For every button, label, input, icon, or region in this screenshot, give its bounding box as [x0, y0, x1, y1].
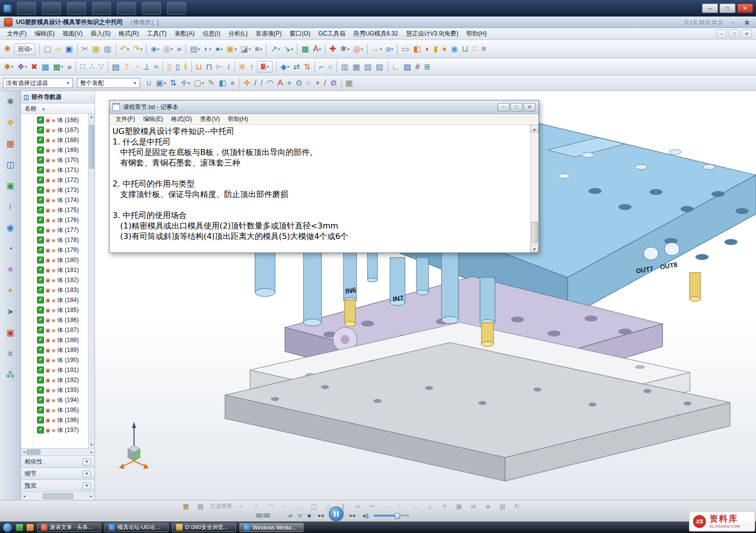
- tree-row[interactable]: ✔▣◆体 (179): [37, 245, 88, 255]
- tree-row[interactable]: ✔▣◆体 (197): [37, 425, 88, 435]
- redo-icon[interactable]: ↷▾: [132, 42, 144, 56]
- checkbox-checked-icon[interactable]: ✔: [37, 146, 44, 154]
- plate-grid-icon[interactable]: ▨: [374, 60, 384, 74]
- gate-icon[interactable]: ◔: [133, 60, 141, 74]
- checkbox-checked-icon[interactable]: ✔: [37, 316, 44, 324]
- tree-row[interactable]: ✔▣◆体 (182): [37, 275, 88, 285]
- notepad-menu-item[interactable]: 查看(V): [196, 114, 224, 124]
- checkbox-checked-icon[interactable]: ✔: [37, 366, 44, 374]
- navigator-section[interactable]: 相依性▼: [21, 456, 94, 468]
- pattern-feature-icon[interactable]: ∷: [470, 42, 478, 56]
- grid-table-icon[interactable]: ▦: [344, 76, 354, 90]
- new-component-button[interactable]: 新▾: [257, 61, 272, 72]
- gateway-icon[interactable]: ❋: [2, 42, 12, 56]
- snap-cross-icon[interactable]: +: [286, 76, 293, 90]
- import-icon[interactable]: ↘▾: [282, 42, 294, 56]
- menu-item[interactable]: 帮助(H): [462, 28, 491, 40]
- checkbox-checked-icon[interactable]: ✔: [37, 336, 44, 344]
- sketch-csys-icon[interactable]: ▧: [196, 502, 206, 510]
- snap-letter-icon[interactable]: A: [276, 76, 284, 90]
- chevron-down-icon[interactable]: ▼: [82, 482, 91, 490]
- more2-icon[interactable]: »: [66, 60, 73, 74]
- sort-ascending-icon[interactable]: ▲: [42, 106, 46, 111]
- lifter-unit-icon[interactable]: ⇅: [302, 60, 312, 74]
- menu-item[interactable]: 插入(S): [86, 28, 114, 40]
- export-icon[interactable]: ↗▾: [269, 42, 281, 56]
- pencil-icon[interactable]: ✎: [206, 76, 216, 90]
- minimize-button[interactable]: –: [702, 4, 718, 13]
- orient-sketch-icon[interactable]: ◈: [483, 502, 493, 510]
- selection-scope-dropdown[interactable]: 整个装配 ▼: [77, 78, 140, 88]
- manufacturing-icon[interactable]: ➤: [4, 305, 18, 318]
- inspect-icon[interactable]: ○: [326, 60, 334, 74]
- angle-icon[interactable]: ∟: [390, 60, 402, 74]
- checkbox-checked-icon[interactable]: ✔: [37, 196, 44, 204]
- tree-row[interactable]: ✔▣◆体 (185): [37, 305, 88, 315]
- quick-trim-icon[interactable]: ✂: [367, 502, 377, 510]
- quick-launch-icon[interactable]: [26, 524, 34, 531]
- block-icon[interactable]: ▮: [432, 42, 440, 56]
- profile-icon[interactable]: ⌐: [236, 502, 246, 510]
- history-icon[interactable]: ◔: [4, 242, 18, 256]
- checkbox-checked-icon[interactable]: ✔: [37, 256, 44, 264]
- electrode-plate-icon[interactable]: ▥: [340, 60, 350, 74]
- tree-row[interactable]: ✔▣◆体 (189): [37, 345, 88, 355]
- child-close-button[interactable]: ✕: [742, 30, 752, 38]
- chevron-down-icon[interactable]: ▼: [82, 470, 91, 478]
- tree-row[interactable]: ✔▣◆体 (169): [37, 145, 88, 155]
- scroll-down-icon[interactable]: ▼: [530, 245, 538, 252]
- snap-point-icon[interactable]: ✛: [242, 76, 252, 90]
- tree-row[interactable]: ✔▣◆体 (192): [37, 375, 88, 385]
- menu-item[interactable]: 首选项(P): [252, 28, 286, 40]
- align-dots-icon[interactable]: ∴: [88, 60, 96, 74]
- grid-dots-icon[interactable]: ∷: [78, 60, 86, 74]
- pocket-icon[interactable]: ⊔: [460, 42, 470, 56]
- scrollbar-thumb[interactable]: [89, 125, 94, 168]
- constraints-icon[interactable]: ⊥: [425, 502, 435, 510]
- locating-pin-icon[interactable]: ⊢: [215, 60, 225, 74]
- sketch-task-icon[interactable]: ▦: [181, 502, 191, 510]
- scroll-left-icon[interactable]: ◄: [22, 450, 26, 454]
- tree-row[interactable]: ✔▣◆体 (166): [37, 115, 88, 125]
- volume-knob[interactable]: [394, 513, 400, 519]
- tree-row[interactable]: ✔▣◆体 (191): [37, 365, 88, 375]
- close-button[interactable]: ✕: [524, 103, 536, 112]
- menu-item[interactable]: 信息(I): [198, 28, 224, 40]
- menu-item[interactable]: 工具(T): [143, 28, 170, 40]
- b-plate-icon[interactable]: ⊥: [142, 60, 152, 74]
- menu-item[interactable]: GC工具箱: [314, 28, 350, 40]
- tree-row[interactable]: ✔▣◆体 (190): [37, 355, 88, 365]
- ejector-plate-icon[interactable]: ▯: [166, 60, 173, 74]
- view-orient-icon[interactable]: ◈▾: [149, 42, 160, 56]
- checkbox-checked-icon[interactable]: ✔: [37, 406, 44, 414]
- checkbox-checked-icon[interactable]: ✔: [37, 166, 44, 174]
- notepad-window[interactable]: 课程章节.txt - 记事本 – □ ✕ 文件(F)编辑(E)格式(O)查看(V…: [109, 100, 539, 253]
- tree-row[interactable]: ✔▣◆体 (188): [37, 335, 88, 345]
- rect-lasso-icon[interactable]: ▢▾: [192, 76, 206, 90]
- snap-midpoint-icon[interactable]: /: [259, 76, 264, 90]
- stop-button[interactable]: ■: [308, 512, 311, 518]
- rectangle-icon[interactable]: ▢: [309, 502, 319, 510]
- utilities-icon[interactable]: ✱▾: [338, 42, 350, 56]
- checkbox-checked-icon[interactable]: ✔: [37, 246, 44, 254]
- navigator-column-header[interactable]: 名称 ▲: [21, 104, 94, 114]
- checkbox-checked-icon[interactable]: ✔: [37, 386, 44, 394]
- feature-settings-icon[interactable]: ✱▾: [2, 60, 14, 74]
- orient-sphere-icon[interactable]: ●▾: [214, 42, 224, 56]
- checkbox-checked-icon[interactable]: ✔: [37, 226, 44, 234]
- tree-row[interactable]: ✔▣◆体 (170): [37, 155, 88, 165]
- taskbar-item[interactable]: 发表文章 - 头条...: [37, 523, 101, 532]
- undock-panel-icon[interactable]: ▫: [90, 94, 92, 100]
- clamp-unit-icon[interactable]: ⊔: [194, 60, 204, 74]
- menu-item[interactable]: 分析(L): [224, 28, 252, 40]
- scroll-up-icon[interactable]: ▲: [88, 114, 94, 120]
- tree-row[interactable]: ✔▣◆体 (180): [37, 255, 88, 265]
- notepad-menu-item[interactable]: 帮助(H): [224, 114, 252, 124]
- minimize-button[interactable]: –: [498, 103, 510, 112]
- synchronous-icon[interactable]: ❖▾: [16, 60, 28, 74]
- checker-icon[interactable]: ▩: [40, 60, 50, 74]
- mold-base-icon[interactable]: ▤: [110, 60, 121, 74]
- type-filter-dropdown[interactable]: 没有选择过滤器 ▼: [3, 78, 73, 88]
- checkbox-checked-icon[interactable]: ✔: [37, 356, 44, 364]
- repair-geometry-icon[interactable]: ✚: [328, 42, 338, 56]
